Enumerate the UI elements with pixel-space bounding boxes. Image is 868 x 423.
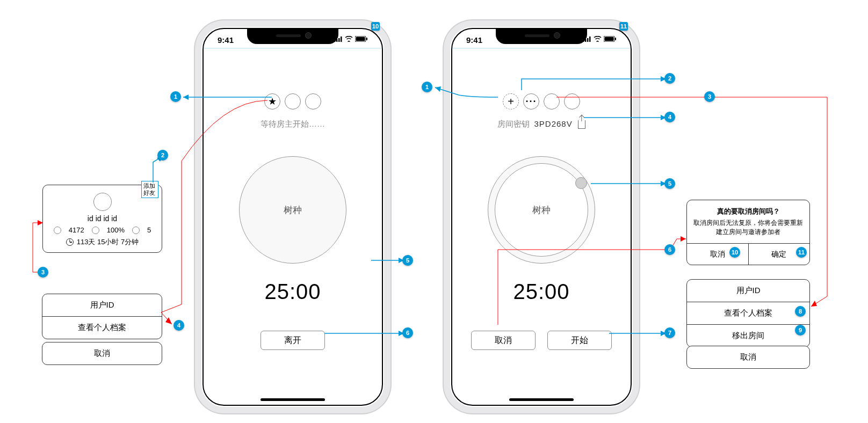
anno-badge: 7 (664, 327, 675, 338)
anno-badge: 10 (729, 247, 740, 258)
status-time: 9:41 (466, 35, 482, 45)
notch (247, 29, 338, 44)
dialog-title: 真的要取消房间吗？ (687, 200, 809, 218)
svg-rect-3 (341, 37, 342, 42)
svg-marker-26 (681, 236, 686, 242)
avatar-slot[interactable] (544, 93, 560, 110)
tree-label: 树种 (532, 204, 551, 216)
add-member-button[interactable]: + (503, 93, 519, 110)
stat-icon (54, 227, 61, 234)
svg-rect-10 (589, 37, 591, 42)
anno-badge: 1 (422, 82, 432, 92)
svg-marker-20 (435, 86, 441, 92)
wait-text: 等待房主开始…… (204, 119, 382, 129)
stat-icon (132, 227, 140, 234)
user-menu: 用户ID 查看个人档案 (42, 294, 162, 339)
svg-marker-25 (811, 301, 817, 307)
frame-badge-10: 10 (371, 22, 380, 31)
avatars-row: ★ (204, 93, 382, 110)
member-menu-cancel[interactable]: 取消 (686, 346, 810, 369)
total-time-row: 113天 15小时 7分钟 (43, 237, 162, 252)
timer-display: 25:00 (204, 280, 382, 304)
tree-selector[interactable]: 树种 (239, 156, 346, 264)
leave-button[interactable]: 离开 (261, 331, 325, 350)
svg-marker-14 (183, 94, 189, 100)
anno-badge: 1 (170, 91, 181, 102)
avatar-owner[interactable]: ★ (264, 93, 280, 110)
wifi-icon (345, 36, 353, 43)
anno-badge: 2 (157, 150, 168, 161)
view-profile-item[interactable]: 查看个人档案 (42, 317, 162, 339)
user-menu-cancel[interactable]: 取消 (42, 342, 162, 365)
anno-badge: 6 (664, 244, 675, 255)
share-icon[interactable] (578, 120, 585, 129)
anno-badge: 8 (795, 306, 806, 317)
svg-rect-9 (587, 38, 589, 42)
dial-knob[interactable] (575, 177, 587, 189)
svg-rect-13 (615, 38, 616, 40)
svg-rect-6 (366, 38, 367, 40)
room-key-value: 3PD268V (534, 119, 572, 128)
anno-badge: 5 (402, 255, 413, 266)
anno-badge: 5 (664, 178, 675, 189)
anno-badge: 2 (664, 73, 675, 84)
anno-badge: 9 (795, 325, 806, 336)
dialog-body: 取消房间后无法复原，你将会需要重新建立房间与邀请参加者 (687, 218, 809, 243)
phone-frame-2: 9:41 + ··· 房间密钥 3PD268V (444, 20, 639, 413)
cancel-room-dialog: 真的要取消房间吗？ 取消房间后无法复原，你将会需要重新建立房间与邀请参加者 取消… (686, 200, 810, 265)
view-profile-item[interactable]: 查看个人档案 (687, 302, 809, 325)
room-key-row: 房间密钥 3PD268V (452, 119, 631, 129)
menu-title: 用户ID (42, 294, 162, 317)
add-friend-label[interactable]: 添加好友 (141, 181, 158, 198)
battery-icon (355, 36, 368, 43)
anno-badge: 4 (664, 112, 675, 122)
cancel-button[interactable]: 取消 (471, 331, 536, 350)
svg-rect-5 (356, 37, 365, 41)
status-time: 9:41 (218, 35, 234, 45)
frame-badge-11: 11 (619, 22, 628, 31)
star-icon: ★ (268, 96, 277, 107)
menu-title: 用户ID (687, 280, 809, 302)
battery-icon (604, 36, 617, 43)
room-key-label: 房间密钥 (497, 119, 530, 128)
notch (496, 29, 587, 44)
svg-marker-18 (165, 317, 172, 324)
stat-row: 4172 100% 5 (43, 226, 162, 234)
user-id-line: id id id id (43, 214, 162, 223)
start-button[interactable]: 开始 (547, 331, 612, 350)
overflow-avatar[interactable]: ··· (523, 93, 539, 110)
avatars-row: + ··· (452, 93, 631, 110)
avatar-slot[interactable] (305, 93, 321, 110)
stat-icon (92, 227, 99, 234)
anno-badge: 11 (796, 247, 807, 258)
anno-badge: 3 (38, 267, 48, 278)
member-menu: 用户ID 查看个人档案 移出房间 (686, 279, 810, 347)
timer-display: 25:00 (452, 280, 631, 304)
svg-rect-2 (338, 38, 340, 42)
svg-rect-12 (605, 37, 614, 41)
tree-timer-dial[interactable]: 树种 (488, 156, 595, 264)
avatar (93, 193, 112, 211)
phone-frame-1: 9:41 ★ 等待房主开始…… 树种 (195, 20, 390, 413)
anno-badge: 4 (173, 320, 184, 331)
clock-icon (66, 238, 74, 246)
tree-label: 树种 (284, 204, 302, 216)
dots-icon: ··· (525, 96, 537, 107)
remove-member-item[interactable]: 移出房间 (687, 325, 809, 347)
plus-icon: + (508, 96, 514, 107)
avatar-slot[interactable] (285, 93, 301, 110)
avatar-slot[interactable] (564, 93, 580, 110)
home-indicator[interactable] (261, 398, 325, 401)
anno-badge: 3 (704, 91, 715, 102)
anno-badge: 6 (402, 327, 413, 338)
wifi-icon (594, 36, 602, 43)
home-indicator[interactable] (509, 398, 574, 401)
